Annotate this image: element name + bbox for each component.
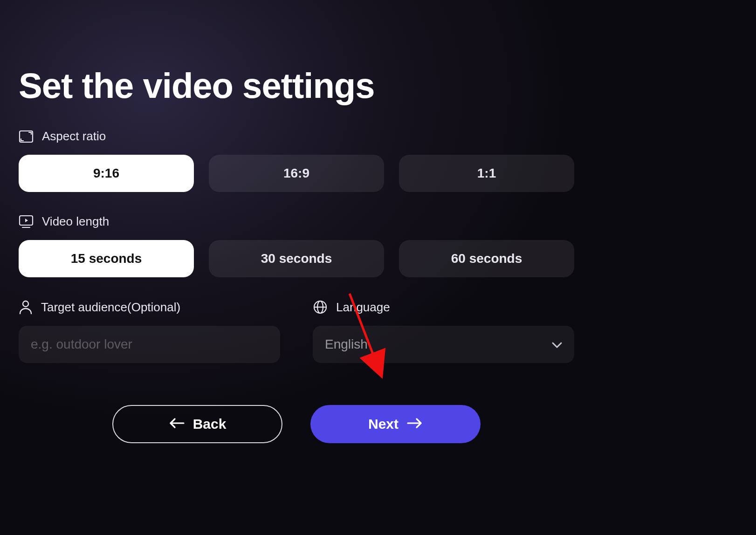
aspect-ratio-option-1-1[interactable]: 1:1 bbox=[399, 155, 574, 192]
aspect-ratio-option-9-16[interactable]: 9:16 bbox=[19, 155, 194, 192]
aspect-ratio-icon bbox=[19, 130, 34, 143]
aspect-ratio-options: 9:16 16:9 1:1 bbox=[19, 155, 574, 192]
page-title: Set the video settings bbox=[19, 65, 737, 106]
next-button-label: Next bbox=[368, 416, 399, 432]
language-selected-value: English bbox=[325, 337, 368, 352]
svg-point-2 bbox=[23, 301, 28, 307]
video-length-option-30s[interactable]: 30 seconds bbox=[209, 240, 384, 277]
globe-icon bbox=[313, 300, 328, 315]
aspect-ratio-option-16-9[interactable]: 16:9 bbox=[209, 155, 384, 192]
person-icon bbox=[19, 300, 33, 315]
video-length-option-60s[interactable]: 60 seconds bbox=[399, 240, 574, 277]
chevron-down-icon bbox=[552, 337, 562, 352]
target-audience-label: Target audience(Optional) bbox=[19, 300, 280, 315]
next-button[interactable]: Next bbox=[310, 405, 481, 443]
arrow-right-icon bbox=[407, 416, 423, 432]
target-audience-label-text: Target audience(Optional) bbox=[41, 300, 180, 315]
video-length-option-15s[interactable]: 15 seconds bbox=[19, 240, 194, 277]
aspect-ratio-label-text: Aspect ratio bbox=[42, 129, 106, 144]
language-label: Language bbox=[313, 300, 574, 315]
video-length-options: 15 seconds 30 seconds 60 seconds bbox=[19, 240, 574, 277]
video-length-label-text: Video length bbox=[42, 214, 109, 229]
video-length-icon bbox=[19, 215, 34, 229]
language-label-text: Language bbox=[336, 300, 390, 315]
back-button-label: Back bbox=[193, 416, 227, 432]
aspect-ratio-label: Aspect ratio bbox=[19, 129, 737, 144]
back-button[interactable]: Back bbox=[112, 405, 282, 443]
video-length-label: Video length bbox=[19, 214, 737, 229]
language-select[interactable]: English bbox=[313, 326, 574, 363]
target-audience-input[interactable] bbox=[19, 326, 280, 363]
arrow-left-icon bbox=[169, 416, 185, 432]
